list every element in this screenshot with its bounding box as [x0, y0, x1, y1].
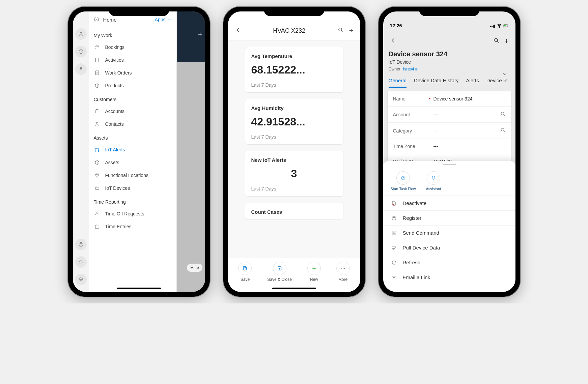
- cloud-icon[interactable]: [75, 256, 87, 268]
- iotalerts-icon: [94, 147, 101, 152]
- help-icon[interactable]: [75, 239, 87, 250]
- phone-2: HVAC X232 + Avg Temperature 68.15222... …: [223, 7, 365, 297]
- svg-rect-16: [95, 187, 99, 189]
- action-send-command[interactable]: Send Command: [383, 226, 515, 240]
- back-button[interactable]: [232, 26, 244, 36]
- nav-timeentries[interactable]: Time Entries: [89, 220, 176, 233]
- title-bar: Device sensor 324 IoT Device Owner fsres…: [383, 49, 515, 72]
- start-task-flow-button[interactable]: Start Task Flow: [391, 171, 416, 191]
- nav-home-label: Home: [103, 17, 117, 23]
- left-rail: [73, 11, 89, 292]
- action-register[interactable]: Register: [383, 211, 515, 226]
- save-close-icon: [273, 262, 286, 275]
- stat-card-humidity[interactable]: Avg Humidity 42.91528... Last 7 Days: [245, 99, 343, 145]
- tab-alerts[interactable]: Alerts: [466, 78, 479, 88]
- apps-link[interactable]: Apps →: [155, 17, 172, 22]
- field-name[interactable]: Name* Device sensor 324: [388, 91, 511, 107]
- pin-icon[interactable]: [75, 63, 87, 75]
- activities-icon: [94, 57, 101, 63]
- products-icon: [94, 83, 101, 88]
- action-refresh[interactable]: Refresh: [383, 255, 515, 270]
- search-icon[interactable]: [490, 36, 503, 46]
- svg-point-3: [81, 245, 81, 246]
- action-deactivate[interactable]: Deactivate: [383, 196, 515, 211]
- stat-card-cases[interactable]: Count Cases: [245, 203, 343, 220]
- lookup-icon[interactable]: [500, 111, 506, 118]
- nav-assets[interactable]: Assets: [89, 156, 176, 169]
- email-icon: [391, 275, 397, 280]
- nav-products[interactable]: Products: [89, 79, 176, 92]
- pull-data-icon: [391, 245, 397, 250]
- contacts-icon: [94, 121, 101, 127]
- field-account[interactable]: Account ---: [388, 107, 511, 123]
- search-icon[interactable]: [335, 26, 346, 36]
- home-icon: [94, 16, 99, 23]
- lookup-icon[interactable]: [500, 127, 506, 134]
- owner-label: Owner: [389, 67, 400, 71]
- page-title: HVAC X232: [244, 27, 335, 34]
- field-timezone[interactable]: Time Zone ---: [388, 139, 511, 154]
- back-button[interactable]: [389, 36, 397, 46]
- sheet-handle[interactable]: [443, 164, 456, 165]
- add-button[interactable]: +: [503, 35, 510, 47]
- nav-home[interactable]: Home Apps →: [89, 11, 176, 28]
- nav-timeoff[interactable]: Time Off Requests: [89, 207, 176, 220]
- user-icon[interactable]: [75, 28, 87, 40]
- save-close-button[interactable]: Save & Close: [267, 262, 292, 282]
- svg-point-0: [80, 32, 82, 34]
- nav-iotdevices[interactable]: IoT Devices: [89, 182, 176, 195]
- new-button[interactable]: New: [307, 262, 321, 282]
- owner-link[interactable]: fsres4 #: [403, 67, 418, 71]
- tab-general[interactable]: General: [389, 78, 407, 88]
- section-time: Time Reporting: [89, 195, 176, 207]
- register-icon: [391, 215, 397, 221]
- phone-3: 12:26 ••ıl + Device sensor 324 IoT Devic…: [379, 7, 520, 297]
- add-icon[interactable]: +: [198, 30, 202, 39]
- overlay-backdrop[interactable]: + More: [177, 11, 205, 292]
- svg-point-12: [98, 148, 99, 149]
- action-email-link[interactable]: Email a Link: [383, 270, 515, 285]
- quick-actions: Start Task Flow Assistant: [383, 168, 515, 196]
- nav-funcloc[interactable]: Functional Locations: [89, 169, 176, 182]
- more-label[interactable]: More: [187, 264, 202, 272]
- field-category &[interactable]: Category ---: [388, 123, 511, 139]
- nav-activities[interactable]: Activities: [89, 54, 176, 66]
- svg-point-11: [95, 148, 96, 149]
- card-list[interactable]: Avg Temperature 68.15222... Last 7 Days …: [228, 41, 360, 258]
- stat-value: 42.91528...: [251, 116, 337, 128]
- recent-icon[interactable]: [75, 46, 87, 57]
- iotdevices-icon: [94, 185, 101, 191]
- record-title: Device sensor 324: [389, 50, 510, 58]
- nav-contacts[interactable]: Contacts: [89, 118, 176, 130]
- svg-point-6: [97, 46, 99, 47]
- bookings-icon: [94, 45, 101, 50]
- settings-icon[interactable]: [75, 274, 87, 285]
- tab-device-data-history[interactable]: Device Data History: [414, 78, 459, 88]
- nav-workorders[interactable]: Work Orders: [89, 66, 176, 79]
- nav-accounts[interactable]: Accounts: [89, 105, 176, 118]
- svg-point-13: [95, 151, 96, 152]
- battery-icon: [503, 23, 509, 29]
- svg-point-14: [98, 151, 99, 152]
- workorders-icon: [94, 70, 101, 76]
- assistant-button[interactable]: Assistant: [426, 171, 441, 191]
- timeentries-icon: [94, 224, 101, 229]
- section-mywork: My Work: [89, 28, 176, 41]
- more-icon: [336, 262, 350, 275]
- action-pull-data[interactable]: Pull Device Data: [383, 240, 515, 255]
- svg-point-10: [96, 122, 98, 124]
- stat-card-alerts[interactable]: New IoT Alerts 3 Last 7 Days: [245, 151, 343, 197]
- svg-rect-32: [392, 246, 395, 248]
- header: +: [383, 29, 515, 49]
- location-icon: [94, 173, 101, 178]
- save-button[interactable]: Save: [238, 262, 252, 282]
- stat-card-temperature[interactable]: Avg Temperature 68.15222... Last 7 Days: [245, 47, 343, 93]
- more-button[interactable]: More: [336, 262, 350, 282]
- deactivate-icon: [391, 201, 397, 206]
- tab-device-r[interactable]: Device R: [486, 78, 507, 88]
- save-icon: [238, 262, 252, 275]
- chevron-down-icon[interactable]: [502, 71, 507, 78]
- nav-bookings[interactable]: Bookings: [89, 41, 176, 54]
- nav-iotalerts[interactable]: IoT Alerts: [89, 143, 176, 156]
- add-button[interactable]: +: [346, 25, 356, 36]
